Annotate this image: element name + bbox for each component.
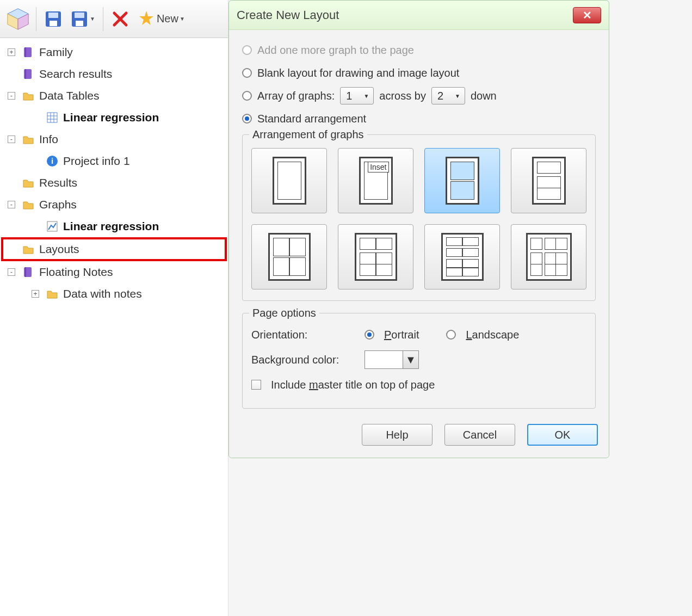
toolbar-separator [36,7,36,31]
svg-rect-7 [75,13,84,18]
tree-item-family[interactable]: +Family [2,41,226,63]
arrangement-three-vertical[interactable] [511,148,586,213]
project-tree[interactable]: +FamilySearch results-Data TablesLinear … [0,38,228,308]
chevron-down-icon: ▼ [363,93,369,99]
arrangement-inset[interactable]: Inset [338,148,413,213]
tree-item-info[interactable]: -Info [2,128,226,150]
radio-label: Add one more graph to the page [257,44,414,57]
expand-icon[interactable]: + [32,290,39,298]
expand-icon[interactable]: + [8,48,15,56]
radio-blank-layout[interactable]: Blank layout for drawing and image layou… [242,61,596,84]
array-mid-label: across by [379,90,426,102]
tree-item-search-results[interactable]: Search results [2,63,226,85]
arrangement-two-vertical[interactable] [424,148,500,213]
array-across-select[interactable]: 1 ▼ [340,87,374,104]
collapse-icon[interactable]: - [8,268,15,276]
app-cube-icon [5,7,30,32]
folder-yellow-icon [21,132,36,147]
book-purple-icon [21,66,36,82]
tree-item-label: Linear regression [63,111,159,124]
tree-item-results[interactable]: Results [2,172,226,194]
new-button[interactable]: New ▼ [135,8,187,30]
button-label: OK [555,429,571,441]
tree-item-linear-regression[interactable]: Linear regression [2,107,226,128]
chevron-down-icon: ▼ [403,351,418,368]
collapse-icon[interactable]: - [8,201,15,208]
arrangement-2x4[interactable] [424,224,500,289]
orientation-row: Orientation: Portrait Landscape [251,322,586,347]
radio-landscape[interactable]: Landscape [466,329,519,341]
dialog-button-bar: Help Cancel OK [229,414,609,458]
tree-item-floating-notes[interactable]: -Floating Notes [2,261,226,283]
tree-item-layouts[interactable]: Layouts [2,238,226,260]
inset-label: Inset [368,162,388,173]
radio-label: Standard arrangement [257,113,366,125]
create-new-layout-dialog: Create New Layout ✕ Add one more graph t… [228,0,609,458]
cancel-button[interactable]: Cancel [444,424,515,446]
radio-standard-arrangement[interactable]: Standard arrangement [242,107,596,130]
tree-item-label: Graphs [39,198,77,211]
tree-item-project-info-1[interactable]: iProject info 1 [2,150,226,172]
help-button[interactable]: Help [362,424,432,446]
array-post-label: down [471,90,497,102]
table-icon [45,110,60,125]
svg-rect-15 [25,69,26,79]
svg-rect-16 [47,113,57,122]
toolbar-separator [103,7,103,31]
info-blue-icon: i [45,153,60,169]
tree-item-data-tables[interactable]: -Data Tables [2,85,226,107]
arrangement-grid: Inset [251,148,586,289]
dialog-title: Create New Layout [237,8,573,22]
tree-item-data-with-notes[interactable]: +Data with notes [2,283,226,305]
arrangement-groupbox: Arrangement of graphs Inset [242,134,596,301]
button-label: Cancel [463,429,497,441]
arrangement-3x3[interactable] [511,224,586,289]
color-swatch [365,351,403,368]
chevron-down-icon: ▼ [180,16,185,22]
folder-yellow-icon [45,286,60,301]
radio-portrait[interactable]: Portrait [384,329,419,341]
delete-button[interactable] [109,8,132,30]
select-value: 1 [346,90,352,102]
background-color-picker[interactable]: ▼ [364,350,419,369]
book-purple-icon [21,45,36,60]
radio-array-of-graphs[interactable]: Array of graphs: 1 ▼ across by 2 ▼ down [242,84,596,107]
svg-text:i: i [51,156,53,165]
radio-icon [242,114,252,124]
ok-button[interactable]: OK [527,424,598,446]
tree-item-label: Project info 1 [63,155,130,168]
svg-rect-5 [50,21,57,26]
tree-item-label: Layouts [39,243,79,256]
tree-item-label: Info [39,133,58,146]
save-button[interactable] [42,8,65,30]
toolbar: ▼ New ▼ [0,0,228,38]
arrangement-2x2[interactable] [251,224,327,289]
save-as-button[interactable]: ▼ [68,8,97,30]
close-icon: ✕ [583,9,592,22]
tree-item-label: Results [39,176,77,189]
folder-yellow-icon [21,242,36,257]
folder-yellow-icon [21,175,36,190]
book-purple-icon [21,264,36,280]
radio-label: Blank layout for drawing and image layou… [257,67,459,79]
close-button[interactable]: ✕ [573,7,601,23]
tree-item-graphs[interactable]: -Graphs [2,194,226,215]
navigator-pane: ▼ New ▼ +FamilySearch results-Data Table… [0,0,228,616]
include-master-label: Include master title on top of page [271,379,435,391]
dialog-titlebar: Create New Layout ✕ [229,1,609,30]
collapse-icon[interactable]: - [8,92,15,100]
tree-item-label: Search results [39,67,112,81]
chevron-down-icon: ▼ [455,93,460,99]
radio-icon [242,45,252,55]
arrangement-1[interactable] [251,148,327,213]
arrangement-2x3[interactable] [338,224,413,289]
collapse-icon[interactable]: - [8,135,15,143]
radio-icon [242,91,252,101]
tree-item-linear-regression[interactable]: Linear regression [2,215,226,237]
groupbox-title: Page options [249,307,319,319]
checkbox-icon[interactable] [251,380,261,390]
include-master-row[interactable]: Include master title on top of page [251,372,586,397]
array-down-select[interactable]: 2 ▼ [431,87,465,104]
svg-rect-25 [25,267,26,277]
chevron-down-icon: ▼ [90,16,95,22]
